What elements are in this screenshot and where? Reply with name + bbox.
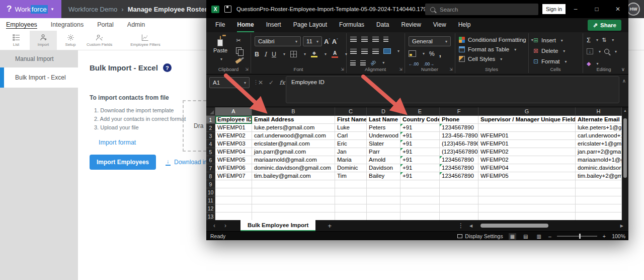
save-icon[interactable] <box>224 6 231 13</box>
cell-G5[interactable]: WFEMP02 <box>478 148 576 156</box>
vertical-scrollbar[interactable]: ▲ <box>622 107 628 220</box>
wrap-text-icon[interactable] <box>383 37 388 42</box>
decrease-font-icon[interactable]: Aˇ <box>332 38 338 45</box>
normal-view-icon[interactable]: ▦ <box>509 233 516 240</box>
cell-D2[interactable]: Peters <box>367 124 400 132</box>
cell-H12[interactable] <box>576 204 622 213</box>
nav-tab-integrations[interactable]: Integrations <box>51 21 84 28</box>
increase-indent-icon[interactable] <box>360 60 366 65</box>
cell-D5[interactable]: Parr <box>367 148 400 156</box>
sheet-tab-bulk-employee-import[interactable]: Bulk Employee Import <box>240 220 315 231</box>
delete-cells-button[interactable]: ⊠Delete▾ <box>533 47 567 54</box>
cell-H2[interactable]: luke.peters+1@gm <box>576 124 622 132</box>
cell-D12[interactable] <box>367 204 400 213</box>
format-painter-icon[interactable] <box>235 58 242 64</box>
cell-H7[interactable]: dominic.davidson+ <box>576 164 622 172</box>
column-header-G[interactable]: G <box>478 107 576 116</box>
cell-G7[interactable]: WFEMP04 <box>478 164 576 172</box>
row-number-13[interactable]: 13 <box>206 213 215 220</box>
cell-D7[interactable]: Davidson <box>367 164 400 172</box>
cell-B8[interactable]: tim.bailey@gmail.com <box>252 172 335 180</box>
font-color-button[interactable]: A <box>332 51 338 58</box>
name-box-caret[interactable]: ▾ <box>244 81 246 85</box>
cell-B3[interactable]: carl.underwood@gmail.com <box>252 132 335 140</box>
cell-D4[interactable]: Slater <box>367 140 400 148</box>
ribbon-tab-formulas[interactable]: Formulas <box>339 18 364 32</box>
prev-sheet-icon[interactable]: ‹ <box>213 222 215 229</box>
cell-F10[interactable] <box>440 188 478 196</box>
cell-A11[interactable] <box>215 196 252 204</box>
cell-H3[interactable]: carl.underwood+1 <box>576 132 622 140</box>
align-middle-icon[interactable] <box>361 37 368 42</box>
cell-H9[interactable] <box>576 180 622 188</box>
scroll-right-icon[interactable]: ▶ <box>620 224 623 228</box>
cell-A5[interactable]: WFEMP04 <box>215 148 252 156</box>
cell-styles-button[interactable]: Cell Styles▾ <box>459 56 533 62</box>
alignment-dialog-launcher[interactable]: ⇲ <box>399 67 403 72</box>
ribbon-tab-file[interactable]: File <box>215 18 225 32</box>
clipboard-dialog-launcher[interactable]: ⇲ <box>245 67 249 72</box>
cell-B9[interactable] <box>252 180 335 188</box>
cell-B6[interactable]: mariaarnold@gmail.com <box>252 156 335 164</box>
select-all-corner[interactable] <box>206 107 215 116</box>
display-settings-button[interactable]: Display Settings <box>457 233 503 239</box>
row-number-8[interactable]: 8 <box>206 172 215 180</box>
cell-B10[interactable] <box>252 188 335 196</box>
format-cells-button[interactable]: ⊡Format▾ <box>533 58 567 65</box>
cell-G2[interactable] <box>478 124 576 132</box>
font-size-select[interactable]: 11▾ <box>303 36 322 46</box>
cell-H13[interactable] <box>576 213 622 220</box>
ribbon-tab-insert[interactable]: Insert <box>266 18 281 32</box>
search-input[interactable]: Search <box>425 4 538 15</box>
toolbar-setup[interactable]: Setup <box>57 31 84 50</box>
cell-B12[interactable] <box>252 204 335 213</box>
paste-caret[interactable]: ▾ <box>220 57 222 61</box>
cell-G4[interactable]: WFEMP01 <box>478 140 576 148</box>
cell-C8[interactable]: Tim <box>335 172 367 180</box>
comma-style-button[interactable]: , <box>439 49 441 58</box>
cell-H4[interactable]: ericslater+1@gma <box>576 140 622 148</box>
cell-A1[interactable]: Employee ID <box>215 116 252 124</box>
help-icon[interactable]: ? <box>163 63 172 72</box>
cell-E4[interactable]: +91 <box>400 140 440 148</box>
cell-A9[interactable] <box>215 180 252 188</box>
cell-C11[interactable] <box>335 196 367 204</box>
cell-G9[interactable] <box>478 180 576 188</box>
cell-C12[interactable] <box>335 204 367 213</box>
sign-in-button[interactable]: Sign in <box>542 4 566 14</box>
cell-C1[interactable]: First Name <box>335 116 367 124</box>
align-right-icon[interactable] <box>372 49 379 54</box>
cell-C13[interactable] <box>335 213 367 220</box>
nav-tab-admin[interactable]: Admin <box>127 21 145 28</box>
cell-E3[interactable]: +91 <box>400 132 440 140</box>
bold-button[interactable]: B <box>255 51 259 58</box>
cell-B2[interactable]: luke.peters@gmail.com <box>252 124 335 132</box>
page-layout-view-icon[interactable]: ▤ <box>522 233 529 240</box>
cell-F5[interactable]: (123)4567890 <box>440 148 478 156</box>
cell-E12[interactable] <box>400 204 440 213</box>
cell-B13[interactable] <box>252 213 335 220</box>
row-number-7[interactable]: 7 <box>206 164 215 172</box>
cell-A2[interactable]: WFEMP01 <box>215 124 252 132</box>
ribbon-tab-view[interactable]: View <box>433 18 446 32</box>
cell-A10[interactable] <box>215 188 252 196</box>
share-button[interactable]: ⇗ Share <box>588 20 621 31</box>
cell-E6[interactable]: +91 <box>400 156 440 164</box>
fill-color-button[interactable]: ◆ <box>311 51 317 57</box>
cell-G12[interactable] <box>478 204 576 213</box>
ribbon-tab-data[interactable]: Data <box>376 18 389 32</box>
sidebar-item-manual-import[interactable]: Manual Import <box>0 50 78 67</box>
autosum-icon[interactable]: Σ <box>587 36 591 44</box>
cell-D6[interactable]: Arnold <box>367 156 400 164</box>
cell-B11[interactable] <box>252 196 335 204</box>
cell-F4[interactable]: (123)456-7890 <box>440 140 478 148</box>
cell-D11[interactable] <box>367 196 400 204</box>
cell-F8[interactable]: 1234567890 <box>440 172 478 180</box>
column-header-B[interactable]: B <box>252 107 335 116</box>
cell-F1[interactable]: Phone <box>440 116 478 124</box>
cell-G8[interactable]: WFEMP05 <box>478 172 576 180</box>
toolbar-custom-fields[interactable]: Custom Fields <box>84 31 115 50</box>
cancel-entry-icon[interactable]: ✕ <box>258 79 263 86</box>
nav-tab-portal[interactable]: Portal <box>97 21 114 28</box>
cell-A8[interactable]: WFEMP07 <box>215 172 252 180</box>
